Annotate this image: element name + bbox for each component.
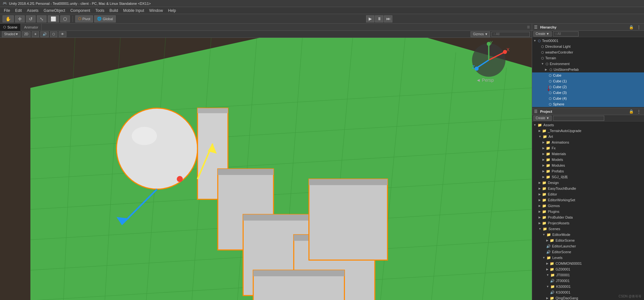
project-menu-icon[interactable]: ⋮ (636, 109, 642, 114)
collapse-icon[interactable]: ☰ (527, 25, 530, 29)
menu-mobile-input[interactable]: Mobile Input (121, 8, 146, 13)
project-scenes[interactable]: ▼ 📁 Scenes (532, 226, 644, 232)
hierarchy-cube-1[interactable]: ⬡ Cube (1) (532, 78, 644, 84)
project-ks00001-folder[interactable]: ▼ 📁 KS00001 (532, 284, 644, 289)
menu-help[interactable]: Help (165, 8, 179, 13)
project-terrain-auto[interactable]: ▶ 📁 _TerrainAutoUpgrade (532, 128, 644, 134)
pivot-btn[interactable]: ⬡ Pivot (75, 15, 93, 22)
project-design[interactable]: ▶ 📁 Design (532, 180, 644, 186)
project-animations[interactable]: ▶ 📁 Animations (532, 139, 644, 145)
levels-label: Levels (552, 256, 563, 260)
project-project-assets[interactable]: ▶ 📁 ProjectAssets (532, 220, 644, 226)
project-editor-mode[interactable]: ▼ 📁 EditorMode (532, 232, 644, 238)
project-easy-touch[interactable]: ▶ 📁 EasyTouchBundle (532, 186, 644, 191)
shading-dropdown[interactable]: Shaded ▼ (2, 31, 21, 37)
hierarchy-cube[interactable]: ⬡ Cube (532, 72, 644, 78)
hierarchy-environment[interactable]: ▼ ⬡ Environment (532, 61, 644, 67)
lighting-btn[interactable]: ☀ (32, 31, 39, 37)
menu-component[interactable]: Component (68, 8, 93, 13)
project-fx[interactable]: ▶ 📁 Fx (532, 145, 644, 151)
scene-canvas[interactable]: X Y Z ◄ Persp (0, 38, 532, 300)
project-prefabs[interactable]: ▶ 📁 Prefabs (532, 168, 644, 174)
editor-mode-arrow: ▼ (542, 233, 545, 236)
project-common00001[interactable]: ▶ 📁 COMMON00001 (532, 261, 644, 266)
project-materials[interactable]: ▶ 📁 Materials (532, 151, 644, 157)
hierarchy-terrain[interactable]: ⬡ Terrain (532, 55, 644, 61)
project-search-input[interactable] (553, 116, 604, 121)
art-arrow: ▼ (539, 135, 541, 138)
plugins-label: Plugins (548, 210, 559, 213)
play-button[interactable]: ▶ (366, 15, 374, 22)
project-editor-launcher[interactable]: 🔊 EditorLauncher (532, 243, 644, 249)
move-tool-btn[interactable]: ✛ (15, 15, 25, 22)
rotate-tool-btn[interactable]: ↺ (26, 15, 36, 22)
project-gz00001[interactable]: ▶ 📁 GZ00001 (532, 266, 644, 272)
tab-scene[interactable]: ⬡ Scene (0, 24, 21, 31)
scene-area: ⬡ Scene Animator ☰ Shaded ▼ 2D ☀ 🔊 ⬡ 👁 (0, 24, 532, 300)
project-editor-scene-folder[interactable]: ▶ 📁 EditorScene (532, 238, 644, 243)
project-jt00001-scene[interactable]: 🔊 JT00001 (532, 278, 644, 284)
effects-btn[interactable]: ⬡ (50, 31, 57, 37)
scale-tool-btn[interactable]: ⤡ (37, 15, 46, 22)
right-panel: ☰ Hierarchy 🔒 ⋮ Create ▼ ▼ ⬡ Test00001 (532, 24, 644, 300)
transform-tool-btn[interactable]: ⬡ (60, 15, 70, 22)
project-lock-icon[interactable]: 🔒 (628, 109, 635, 114)
editor-launcher-icon: 🔊 (546, 244, 551, 248)
hierarchy-panel: ☰ Hierarchy 🔒 ⋮ Create ▼ ▼ ⬡ Test00001 (532, 24, 644, 108)
2d-toggle[interactable]: 2D (22, 31, 30, 37)
svg-point-40 (177, 176, 183, 182)
project-models[interactable]: ▶ 📁 Models (532, 157, 644, 162)
project-gizmos[interactable]: ▶ 📁 Gizmos (532, 203, 644, 209)
hierarchy-weather-controller[interactable]: ⬡ weatherController (532, 49, 644, 55)
scene-search-input[interactable] (491, 32, 530, 37)
project-jt00001-folder[interactable]: ▼ 📁 JT00001 (532, 272, 644, 278)
menu-window[interactable]: Window (147, 8, 166, 13)
menu-file[interactable]: File (1, 8, 13, 13)
project-editor-working[interactable]: ▶ 📁 EditorWorkingSet (532, 197, 644, 203)
hand-tool-btn[interactable]: ✋ (3, 15, 14, 22)
project-sgj[interactable]: ▶ 📁 SGJ_动画 (532, 174, 644, 180)
models-label: Models (552, 158, 563, 162)
scene-tab-label: Scene (7, 25, 17, 29)
hierarchy-directional-light[interactable]: ⬡ Directional Light (532, 44, 644, 49)
gizmos-btn[interactable]: Gizmos ▼ (471, 31, 490, 37)
hierarchy-cube-4[interactable]: ⬡ Cube (4) (532, 96, 644, 101)
scene-right-controls: Gizmos ▼ (471, 31, 530, 37)
step-button[interactable]: ⏭ (384, 15, 392, 22)
hierarchy-create-btn[interactable]: Create ▼ (533, 31, 552, 37)
animations-arrow: ▶ (542, 141, 545, 144)
audio-btn[interactable]: 🔊 (40, 31, 49, 37)
project-editor[interactable]: ▶ 📁 Editor (532, 191, 644, 197)
project-editor-scene-file[interactable]: 🔊 EditorScene (532, 249, 644, 255)
menu-gameobject[interactable]: GameObject (41, 8, 68, 13)
hierarchy-unistorm[interactable]: ▶ ⬡ UniStormPrefab (532, 67, 644, 72)
menu-build[interactable]: Build (107, 8, 121, 13)
hierarchy-scene-root[interactable]: ▼ ⬡ Test00001 (532, 38, 644, 44)
project-create-btn[interactable]: Create ▼ (533, 116, 552, 121)
project-modules[interactable]: ▶ 📁 Modules (532, 162, 644, 168)
editor-scene-folder-icon: 📁 (550, 238, 554, 243)
hierarchy-sphere[interactable]: ⬡ Sphere ↑ (532, 101, 644, 107)
project-art[interactable]: ▼ 📁 Art (532, 134, 644, 139)
project-plugins[interactable]: ▶ 📁 Plugins (532, 209, 644, 214)
hierarchy-menu-icon[interactable]: ⋮ (636, 25, 642, 29)
global-btn[interactable]: 🌐 Global (94, 15, 116, 22)
hierarchy-lock-icon[interactable]: 🔒 (628, 25, 635, 29)
qingdao-icon: 📁 (550, 296, 554, 300)
project-levels[interactable]: ▼ 📁 Levels (532, 255, 644, 261)
project-assets-root[interactable]: ▼ 📁 Assets (532, 122, 644, 128)
fx-icon: 📁 (546, 146, 550, 150)
hierarchy-search-input[interactable] (553, 31, 579, 37)
rect-tool-btn[interactable]: ⬜ (48, 15, 59, 22)
pause-button[interactable]: ⏸ (375, 15, 383, 22)
menu-edit[interactable]: Edit (13, 8, 24, 13)
levels-arrow: ▼ (542, 256, 545, 259)
project-probuilder[interactable]: ▶ 📁 ProBuilder Data (532, 214, 644, 220)
unistorm-arrow: ▶ (545, 68, 548, 71)
models-icon: 📁 (546, 158, 550, 162)
scene-visibility-btn[interactable]: 👁 (59, 31, 66, 37)
menu-assets[interactable]: Assets (24, 8, 41, 13)
window-title: Unity 2018.4.2f1 Personal - Test00001.un… (9, 2, 151, 5)
tab-animator[interactable]: Animator (21, 24, 42, 31)
menu-tools[interactable]: Tools (93, 8, 107, 13)
